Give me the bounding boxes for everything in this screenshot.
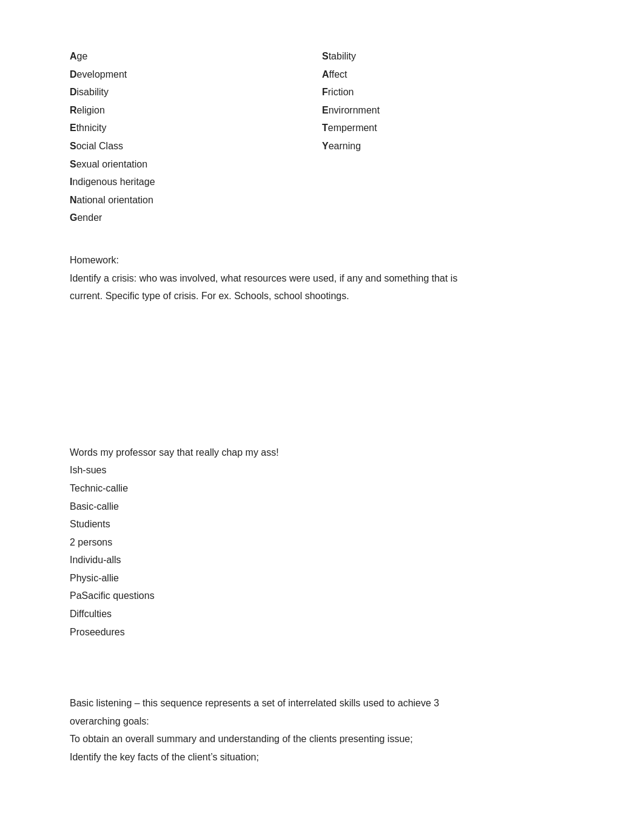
list-item: Friction [322,84,574,100]
list-item: PaSacific questions [70,588,574,604]
list-item: Physic-allie [70,570,574,586]
list-item: Temperment [322,120,574,136]
right-column: StabilityAffectFrictionEnvirornmentTempe… [322,49,574,228]
list-item: Affect [322,67,574,83]
basic-listening-line4: Identify the key facts of the client’s s… [70,749,574,765]
list-item: Envirornment [322,103,574,118]
list-item: Indigenous heritage [70,174,322,190]
list-item: Development [70,67,322,83]
left-column: AgeDevelopmentDisabilityReligionEthnicit… [70,49,322,228]
basic-listening-line3: To obtain an overall summary and underst… [70,731,574,747]
two-column-section: AgeDevelopmentDisabilityReligionEthnicit… [70,49,574,228]
list-item: Studients [70,516,574,532]
professor-words-section: Words my professor say that really chap … [70,445,574,640]
homework-line2: current. Specific type of crisis. For ex… [70,288,574,304]
list-item: Sexual orientation [70,157,322,172]
list-item: National orientation [70,192,322,208]
basic-listening-line1: Basic listening – this sequence represen… [70,695,574,711]
professor-words-intro: Words my professor say that really chap … [70,445,574,461]
spacer-1 [70,323,574,445]
homework-line1: Identify a crisis: who was involved, wha… [70,271,574,286]
list-item: Disability [70,84,322,100]
list-item: Stability [322,49,574,64]
homework-section: Homework: Identify a crisis: who was inv… [70,252,574,304]
homework-label: Homework: [70,252,574,268]
list-item: Proseedures [70,624,574,640]
list-item: Social Class [70,138,322,154]
list-item: Age [70,49,322,64]
list-item: Religion [70,103,322,118]
list-item: 2 persons [70,535,574,550]
list-item: Individu-alls [70,552,574,568]
spacer-2 [70,659,574,695]
list-item: Gender [70,210,322,226]
list-item: Basic-callie [70,499,574,515]
list-item: Ethnicity [70,120,322,136]
list-item: Ish-sues [70,462,574,478]
professor-words-list: Ish-suesTechnic-callieBasic-callieStudie… [70,462,574,640]
list-item: Diffculties [70,606,574,622]
list-item: Technic-callie [70,481,574,496]
basic-listening-section: Basic listening – this sequence represen… [70,695,574,765]
list-item: Yearning [322,138,574,154]
basic-listening-line2: overarching goals: [70,714,574,729]
